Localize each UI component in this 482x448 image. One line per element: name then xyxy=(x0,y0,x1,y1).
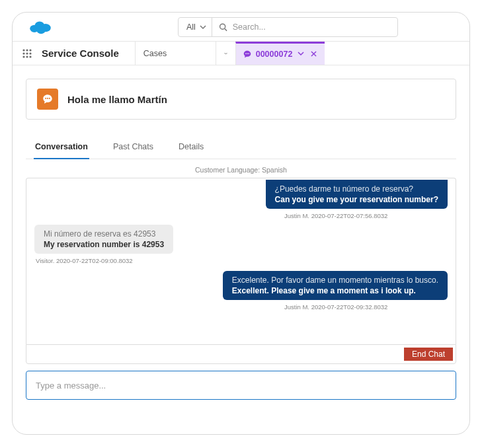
svg-point-3 xyxy=(36,26,46,33)
svg-point-20 xyxy=(49,98,50,99)
svg-point-7 xyxy=(26,49,28,51)
svg-point-18 xyxy=(45,98,46,99)
customer-language: Customer Language: Spanish xyxy=(26,159,456,178)
close-icon xyxy=(311,51,317,57)
compose-input[interactable] xyxy=(36,381,446,391)
search-icon xyxy=(219,22,227,32)
chat-bubble-icon xyxy=(243,50,252,59)
original-text: Mi número de reserva es 42953 xyxy=(44,229,164,239)
svg-point-10 xyxy=(26,52,28,54)
svg-point-8 xyxy=(29,49,31,51)
search-scope-dropdown[interactable]: All xyxy=(179,18,212,36)
search-box xyxy=(212,18,397,36)
chevron-down-icon xyxy=(200,24,206,30)
svg-point-13 xyxy=(26,56,28,57)
main-content: Hola me llamo Martín Conversation Past C… xyxy=(13,65,469,400)
chat-actions-bar: End Chat xyxy=(26,344,456,364)
svg-point-11 xyxy=(29,52,31,54)
tab-past-chats[interactable]: Past Chats xyxy=(112,137,155,159)
workspace-tab-active[interactable]: 00000072 xyxy=(235,42,325,65)
chat-bubble-icon xyxy=(42,93,54,105)
tab-id: 00000072 xyxy=(256,50,293,59)
global-search: All xyxy=(178,17,398,37)
tab-conversation[interactable]: Conversation xyxy=(34,137,89,159)
app-launcher-button[interactable] xyxy=(13,42,42,65)
translated-text: Can you give me your reservation number? xyxy=(275,195,438,204)
message-timestamp: Visitor. 2020-07-22T02-09:00.8032 xyxy=(36,257,133,264)
chat-transcript: ¿Puedes darme tu número de reserva?Can y… xyxy=(26,178,456,344)
svg-point-19 xyxy=(47,98,48,99)
case-title: Hola me llamo Martín xyxy=(67,94,167,105)
nav-cases[interactable]: Cases xyxy=(135,42,216,65)
chevron-down-icon xyxy=(298,50,304,57)
agent-message: ¿Puedes darme tu número de reserva?Can y… xyxy=(26,180,448,219)
console-name: Service Console xyxy=(42,42,135,65)
search-input[interactable] xyxy=(233,22,391,32)
case-header: Hola me llamo Martín xyxy=(26,79,456,120)
svg-point-4 xyxy=(220,24,225,29)
tab-close[interactable] xyxy=(309,50,318,58)
svg-point-15 xyxy=(245,53,247,54)
svg-point-14 xyxy=(29,56,31,57)
svg-point-17 xyxy=(248,53,249,54)
message-timestamp: Justin M. 2020-07-22T02-09:32.8032 xyxy=(284,303,387,311)
record-tabs: Conversation Past Chats Details xyxy=(26,137,456,159)
svg-point-6 xyxy=(22,49,24,51)
tab-details[interactable]: Details xyxy=(177,137,205,159)
global-header: All xyxy=(13,13,469,42)
end-chat-button[interactable]: End Chat xyxy=(404,348,453,361)
translated-text: Excellent. Please give me a moment as i … xyxy=(232,286,438,295)
message-timestamp: Justin M. 2020-07-22T02-07:56.8032 xyxy=(284,212,387,219)
apps-grid-icon xyxy=(22,48,32,59)
original-text: Excelente. Por favor dame un momento mie… xyxy=(232,276,438,285)
tab-dropdown[interactable] xyxy=(296,50,305,58)
svg-line-5 xyxy=(225,28,227,30)
svg-point-9 xyxy=(22,52,24,54)
agent-message: Excelente. Por favor dame un momento mie… xyxy=(26,271,448,311)
nav-cases-dropdown[interactable] xyxy=(216,42,235,65)
svg-point-12 xyxy=(22,56,24,57)
message-bubble: Excelente. Por favor dame un momento mie… xyxy=(223,271,448,300)
chat-session-icon xyxy=(37,89,58,110)
nav-cases-label: Cases xyxy=(143,49,167,58)
search-scope-label: All xyxy=(186,22,196,32)
message-bubble: ¿Puedes darme tu número de reserva?Can y… xyxy=(266,180,448,209)
svg-point-16 xyxy=(247,53,248,54)
chevron-down-icon xyxy=(224,50,227,57)
salesforce-logo-icon xyxy=(28,19,52,35)
app-window: All Service Console Cases 00000 xyxy=(12,12,470,435)
visitor-message: Mi número de reserva es 42953My reservat… xyxy=(34,225,456,264)
compose-area xyxy=(26,371,456,400)
original-text: ¿Puedes darme tu número de reserva? xyxy=(275,184,438,194)
message-bubble: Mi número de reserva es 42953My reservat… xyxy=(34,225,173,254)
translated-text: My reservation number is 42953 xyxy=(44,240,164,249)
console-nav: Service Console Cases 00000072 xyxy=(13,42,469,65)
